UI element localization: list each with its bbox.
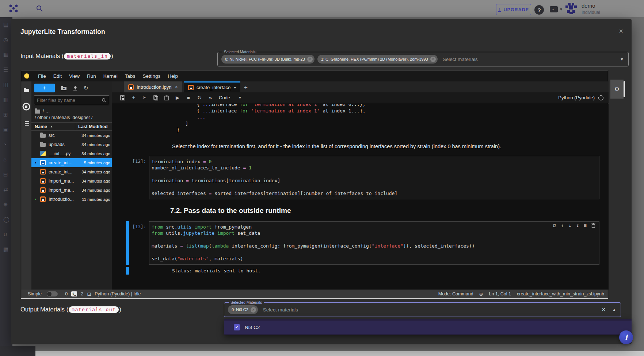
team-icon[interactable]: ⊞: [0, 107, 12, 122]
menu-file[interactable]: File: [34, 73, 50, 79]
new-launcher-button[interactable]: +: [34, 84, 55, 92]
bank-icon[interactable]: ⌂: [0, 152, 12, 167]
kernel-count[interactable]: 2: [81, 291, 83, 296]
upgrade-button[interactable]: ↑ UPGRADE: [496, 4, 531, 15]
menu-settings[interactable]: Settings: [139, 73, 164, 79]
chevron-up-icon[interactable]: ▲: [612, 307, 616, 312]
file-row[interactable]: ●create_int...5 minutes ago: [31, 158, 112, 167]
menu-tabs[interactable]: Tabs: [121, 73, 139, 79]
avatar[interactable]: [564, 2, 578, 15]
output-materials-select[interactable]: Selected Materials 0: Ni3 C2× Select mat…: [224, 302, 621, 317]
insert-cell-above-icon[interactable]: ⊟: [584, 223, 587, 229]
search-icon[interactable]: [36, 5, 43, 12]
breadcrumb-path[interactable]: / other / materials_designer /: [31, 114, 112, 123]
remove-chip-icon[interactable]: ×: [430, 57, 436, 62]
command-mode-indicator[interactable]: Mode: Command: [438, 291, 473, 296]
stop-kernel-icon[interactable]: ■: [183, 95, 194, 100]
duplicate-cell-icon[interactable]: ⧉: [553, 223, 556, 229]
new-tab-button[interactable]: +: [244, 84, 248, 92]
file-row[interactable]: create_int...34 minutes ago: [31, 167, 112, 176]
cut-cells-icon[interactable]: ✂: [139, 95, 150, 100]
delete-cell-icon[interactable]: [591, 223, 595, 229]
refresh-icon[interactable]: ↻: [84, 85, 88, 91]
menu-edit[interactable]: Edit: [50, 73, 65, 79]
menu-kernel[interactable]: Kernel: [100, 73, 121, 79]
material-chip[interactable]: 0: Ni, Nickel, FCC (Fm-3m) 3D (Bulk), mp…: [221, 55, 315, 64]
file-row[interactable]: import_ma...34 minutes ago: [31, 185, 112, 195]
new-folder-icon[interactable]: +: [61, 85, 67, 91]
menu-view[interactable]: View: [65, 73, 83, 79]
table-of-contents-tab[interactable]: [21, 115, 31, 132]
users-icon[interactable]: ⊟: [0, 167, 12, 182]
remove-chip-icon[interactable]: ×: [251, 307, 256, 313]
add-cell-icon[interactable]: +: [128, 95, 139, 101]
grid-icon[interactable]: ▩: [0, 242, 12, 257]
markdown-cell[interactable]: Select the index for termination first, …: [149, 143, 501, 150]
transfer-icon[interactable]: ⇄: [0, 182, 12, 197]
notebook-content[interactable]: { ...interface for 'termination at index…: [112, 104, 609, 290]
move-cell-down-icon[interactable]: ↓: [569, 223, 572, 229]
info-button[interactable]: i: [619, 330, 633, 344]
file-row[interactable]: ●Introductio...11 minutes ago: [31, 195, 112, 204]
kernel-name[interactable]: Python (Pyodide): [558, 95, 595, 100]
running-kernels-tab[interactable]: [21, 98, 31, 115]
copy-cells-icon[interactable]: [150, 95, 161, 100]
file-filter[interactable]: [34, 95, 109, 105]
help-button[interactable]: ?: [534, 5, 544, 15]
remove-chip-icon[interactable]: ×: [307, 57, 313, 62]
circle-icon[interactable]: ◯: [0, 212, 12, 227]
code-cell-12[interactable]: [12]: termination_index = 0number_of_int…: [112, 156, 609, 199]
move-cell-up-icon[interactable]: ↑: [561, 223, 564, 229]
column-last-modified[interactable]: Last Modified: [75, 124, 108, 129]
cursor-position[interactable]: Ln 1, Col 1: [489, 291, 511, 296]
apps-icon[interactable]: ▤: [0, 17, 12, 32]
user-name[interactable]: demo: [582, 3, 595, 9]
menu-help[interactable]: Help: [164, 73, 182, 79]
magnet-icon[interactable]: ∪: [0, 227, 12, 242]
list-icon[interactable]: ☰: [0, 62, 12, 77]
file-row[interactable]: uploads34 minutes ago: [31, 140, 112, 149]
markdown-heading[interactable]: 7.2. Pass data to the outside runtime: [149, 206, 291, 215]
console-menu-button[interactable]: >_ ▼: [550, 6, 563, 12]
file-filter-input[interactable]: [37, 98, 102, 103]
chevron-down-icon[interactable]: ▼: [620, 57, 624, 61]
insert-cell-below-icon[interactable]: ↧: [576, 223, 579, 229]
input-materials-select[interactable]: Selected Materials 0: Ni, Nickel, FCC (F…: [217, 52, 629, 66]
file-row[interactable]: src34 minutes ago: [31, 131, 112, 140]
terminal-count[interactable]: 0: [65, 291, 68, 296]
globe-icon[interactable]: ⊕: [0, 197, 12, 212]
folder-icon[interactable]: ▦: [0, 47, 12, 62]
paste-cells-icon[interactable]: [161, 95, 172, 100]
cell-editor[interactable]: termination_index = 0number_of_interface…: [149, 156, 599, 199]
flask-icon[interactable]: ◫: [0, 77, 12, 92]
close-icon[interactable]: ×: [616, 26, 626, 37]
tab-introduction[interactable]: Introduction.ipynb ×: [124, 81, 182, 92]
cell-editor[interactable]: from src.utils import from_pymatgenfrom …: [149, 221, 599, 265]
tab-create-interface[interactable]: create_interface_with_min_ ●: [184, 81, 240, 92]
dialog-scrollbar-thumb[interactable]: [624, 81, 625, 97]
simple-mode-toggle[interactable]: [47, 291, 58, 296]
clear-selection-icon[interactable]: ×: [602, 306, 605, 313]
tasks-icon[interactable]: ▣: [0, 122, 12, 137]
material-chip[interactable]: 1: C, Graphene, HEX (P6/mmm) 2D (Monolay…: [317, 55, 438, 64]
kernel-state[interactable]: Python (Pyodide) | Idle: [95, 291, 141, 296]
material-chip[interactable]: 0: Ni3 C2×: [228, 305, 258, 314]
cell-type-select[interactable]: Code ▼: [219, 95, 242, 100]
save-icon[interactable]: [117, 95, 128, 100]
breadcrumb[interactable]: / …: [31, 105, 112, 114]
gauge-icon[interactable]: ◔: [0, 137, 12, 152]
close-tab-icon[interactable]: ×: [175, 84, 178, 90]
settings-gear-button[interactable]: ⚙: [610, 80, 624, 99]
restart-kernel-icon[interactable]: ↻: [194, 95, 205, 101]
checkbox-icon[interactable]: ✓: [234, 324, 240, 330]
menu-run[interactable]: Run: [83, 73, 100, 79]
run-all-icon[interactable]: »: [205, 95, 216, 101]
upload-icon[interactable]: [73, 85, 78, 91]
dropdown-option[interactable]: ✓Ni3 C2: [224, 321, 632, 334]
notifications-icon[interactable]: ◷: [0, 32, 12, 47]
run-cell-icon[interactable]: ▶: [172, 95, 183, 100]
book-icon[interactable]: ▥: [0, 92, 12, 107]
file-row[interactable]: import_ma...34 minutes ago: [31, 176, 112, 185]
app-logo-icon[interactable]: [9, 4, 18, 13]
file-browser-tab[interactable]: [21, 81, 31, 98]
